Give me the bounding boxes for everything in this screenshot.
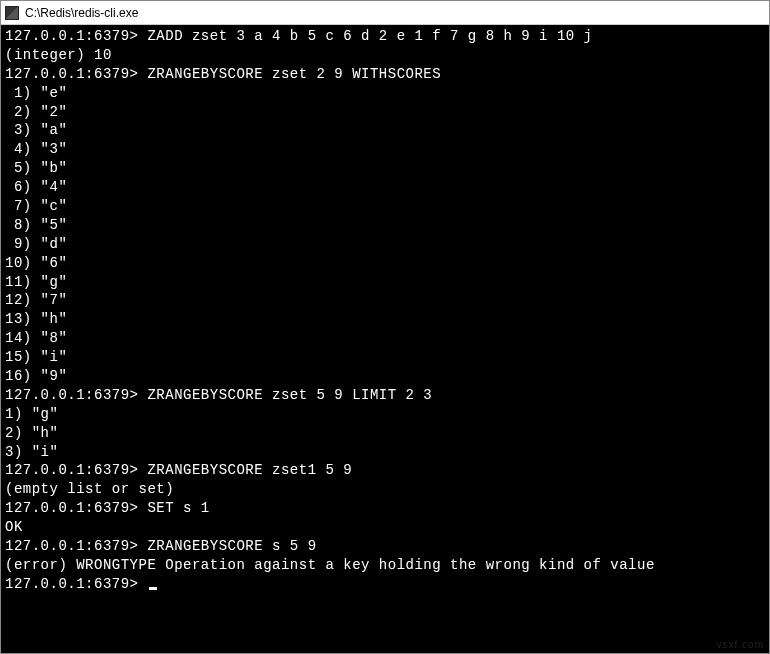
output-line: 3) "i"	[5, 443, 765, 462]
output-line: 8) "5"	[5, 216, 765, 235]
output-line: 4) "3"	[5, 140, 765, 159]
title-bar[interactable]: C:\Redis\redis-cli.exe	[1, 1, 769, 25]
output-line: 13) "h"	[5, 310, 765, 329]
output-line: (empty list or set)	[5, 480, 765, 499]
output-line: OK	[5, 518, 765, 537]
app-icon	[5, 6, 19, 20]
output-line: 1) "g"	[5, 405, 765, 424]
output-line: 2) "2"	[5, 103, 765, 122]
command-line: 127.0.0.1:6379> ZRANGEBYSCORE s 5 9	[5, 537, 765, 556]
command-line: 127.0.0.1:6379> ZRANGEBYSCORE zset 2 9 W…	[5, 65, 765, 84]
command-line: 127.0.0.1:6379> SET s 1	[5, 499, 765, 518]
output-line: (error) WRONGTYPE Operation against a ke…	[5, 556, 765, 575]
output-line: 15) "i"	[5, 348, 765, 367]
output-line: 16) "9"	[5, 367, 765, 386]
output-line: 9) "d"	[5, 235, 765, 254]
output-line: 6) "4"	[5, 178, 765, 197]
output-line: (integer) 10	[5, 46, 765, 65]
output-line: 3) "a"	[5, 121, 765, 140]
output-line: 10) "6"	[5, 254, 765, 273]
current-prompt[interactable]: 127.0.0.1:6379>	[5, 575, 765, 594]
output-line: 11) "g"	[5, 273, 765, 292]
output-line: 7) "c"	[5, 197, 765, 216]
output-line: 2) "h"	[5, 424, 765, 443]
command-line: 127.0.0.1:6379> ZRANGEBYSCORE zset 5 9 L…	[5, 386, 765, 405]
window-title: C:\Redis\redis-cli.exe	[25, 6, 138, 20]
command-line: 127.0.0.1:6379> ZRANGEBYSCORE zset1 5 9	[5, 461, 765, 480]
output-line: 5) "b"	[5, 159, 765, 178]
cursor	[149, 587, 157, 590]
watermark: vsxf.com	[717, 639, 764, 650]
output-line: 12) "7"	[5, 291, 765, 310]
output-line: 1) "e"	[5, 84, 765, 103]
command-line: 127.0.0.1:6379> ZADD zset 3 a 4 b 5 c 6 …	[5, 27, 765, 46]
terminal-area[interactable]: 127.0.0.1:6379> ZADD zset 3 a 4 b 5 c 6 …	[1, 25, 769, 653]
output-line: 14) "8"	[5, 329, 765, 348]
